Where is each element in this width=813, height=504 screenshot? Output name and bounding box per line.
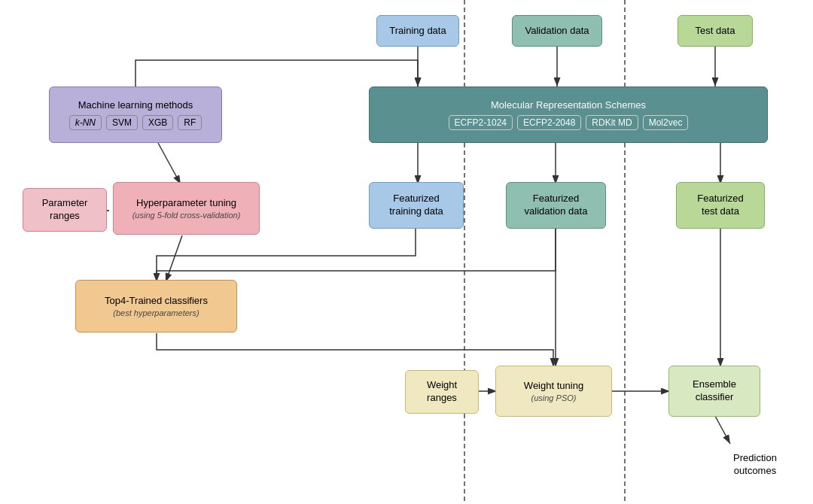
feat-val-label: Featurizedvalidation data <box>525 193 588 218</box>
weight-tuning-label: Weight tuning <box>524 380 583 393</box>
weight-tuning-sublabel: (using PSO) <box>531 393 577 402</box>
training-data-label: Training data <box>389 25 446 38</box>
param-ranges-label: Parameterranges <box>42 197 88 223</box>
ml-methods-label: Machine learning methods <box>78 99 193 112</box>
validation-data-label: Validation data <box>525 25 589 38</box>
ml-methods-tags: k-NN SVM XGB RF <box>69 115 202 130</box>
feat-val-box: Featurizedvalidation data <box>506 182 606 229</box>
top4-sublabel: (best hyperparameters) <box>113 308 199 317</box>
tag-rdkit: RDKit MD <box>586 115 638 130</box>
tag-svm: SVM <box>106 115 138 130</box>
mol-rep-tags: ECFP2-1024 ECFP2-2048 RDKit MD Mol2vec <box>449 115 689 130</box>
test-data-box: Test data <box>678 15 753 47</box>
svg-line-15 <box>715 416 730 444</box>
param-ranges-box: Parameterranges <box>23 188 107 232</box>
tag-ecfp2048: ECFP2-2048 <box>517 115 581 130</box>
mol-rep-label: Molecular Representation Schemes <box>491 99 646 112</box>
feat-train-label: Featurizedtraining data <box>389 193 443 218</box>
tag-xgb: XGB <box>142 115 173 130</box>
arrows-svg <box>0 0 813 504</box>
feat-test-label: Featurizedtest data <box>697 193 743 218</box>
top4-label: Top4-Trained classifiers <box>105 295 208 308</box>
test-data-label: Test data <box>696 25 735 38</box>
ensemble-label: Ensembleclassifier <box>693 378 736 404</box>
weight-ranges-label: Weightranges <box>427 379 457 405</box>
training-data-box: Training data <box>376 15 459 47</box>
svg-line-7 <box>166 235 182 282</box>
hyperparam-box: Hyperparameter tuning (using 5-fold cros… <box>113 182 260 235</box>
weight-tuning-box: Weight tuning (using PSO) <box>495 366 612 417</box>
feat-train-box: Featurizedtraining data <box>369 182 464 229</box>
svg-line-5 <box>158 143 181 184</box>
diagram: Training data Validation data Test data … <box>0 0 813 504</box>
prediction-outcomes-label: Predictionoutcomes <box>733 452 777 478</box>
feat-test-box: Featurizedtest data <box>676 182 765 229</box>
ml-methods-box: Machine learning methods k-NN SVM XGB RF <box>49 87 222 143</box>
hyperparam-label: Hyperparameter tuning <box>136 197 236 210</box>
validation-data-box: Validation data <box>512 15 602 47</box>
tag-ecfp1024: ECFP2-1024 <box>449 115 513 130</box>
ensemble-box: Ensembleclassifier <box>668 366 760 417</box>
tag-mol2vec: Mol2vec <box>643 115 689 130</box>
tag-rf: RF <box>178 115 202 130</box>
weight-ranges-box: Weightranges <box>405 370 479 414</box>
mol-rep-box: Molecular Representation Schemes ECFP2-1… <box>369 87 768 143</box>
top4-box: Top4-Trained classifiers (best hyperpara… <box>75 280 237 332</box>
tag-knn: k-NN <box>69 115 102 130</box>
hyperparam-sublabel: (using 5-fold cross-validation) <box>132 211 241 220</box>
prediction-outcomes-box: Predictionoutcomes <box>706 445 804 484</box>
